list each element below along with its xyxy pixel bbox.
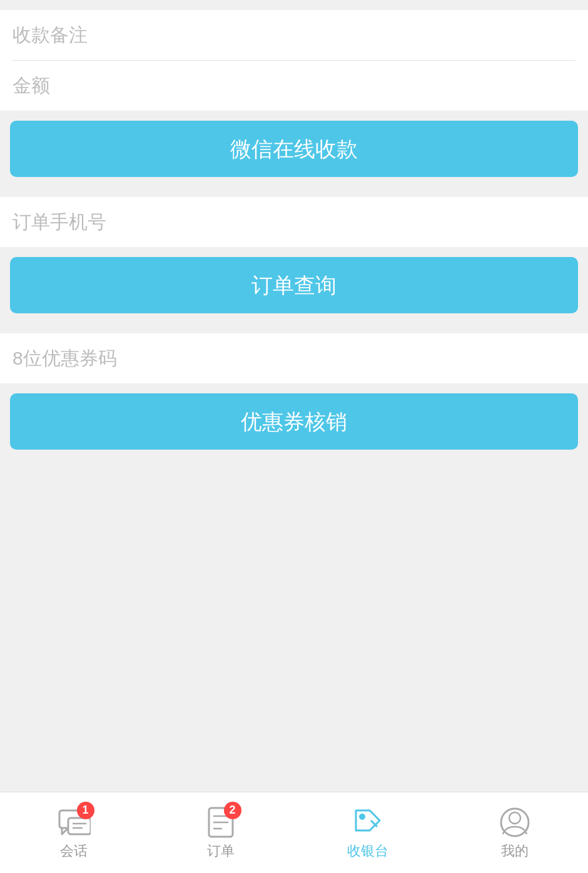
svg-rect-10 bbox=[68, 818, 91, 834]
note-input[interactable] bbox=[13, 10, 575, 60]
nav-item-cashier[interactable]: 收银台 bbox=[294, 792, 441, 873]
cashier-icon-wrapper bbox=[351, 805, 385, 839]
nav-label-order: 订单 bbox=[207, 842, 235, 860]
nav-item-profile[interactable]: 我的 bbox=[441, 792, 588, 873]
payment-card bbox=[0, 10, 588, 111]
coupon-input[interactable] bbox=[13, 333, 575, 383]
phone-input[interactable] bbox=[13, 197, 575, 247]
nav-label-cashier: 收银台 bbox=[347, 842, 388, 860]
order-query-button[interactable]: 订单查询 bbox=[10, 257, 578, 313]
chat-icon-wrapper: 1 bbox=[57, 805, 91, 839]
phone-card bbox=[0, 197, 588, 247]
bottom-nav: 1 会话 2 订单 收银台 bbox=[0, 792, 588, 873]
profile-icon bbox=[498, 805, 532, 839]
order-icon-wrapper: 2 bbox=[204, 805, 238, 839]
cashier-icon bbox=[351, 805, 385, 839]
svg-point-21 bbox=[509, 812, 520, 824]
chat-badge: 1 bbox=[77, 802, 94, 819]
amount-input[interactable] bbox=[13, 61, 575, 111]
order-badge: 2 bbox=[224, 802, 241, 819]
coupon-verify-button[interactable]: 优惠券核销 bbox=[10, 393, 578, 450]
wechat-payment-button[interactable]: 微信在线收款 bbox=[10, 121, 578, 177]
nav-item-chat[interactable]: 1 会话 bbox=[0, 792, 147, 873]
coupon-card bbox=[0, 333, 588, 383]
nav-label-profile: 我的 bbox=[501, 842, 529, 860]
profile-icon-wrapper bbox=[498, 805, 532, 839]
content-wrapper: 微信在线收款 订单查询 优惠券核销 bbox=[0, 0, 588, 792]
nav-label-chat: 会话 bbox=[60, 842, 88, 860]
nav-item-order[interactable]: 2 订单 bbox=[147, 792, 294, 873]
